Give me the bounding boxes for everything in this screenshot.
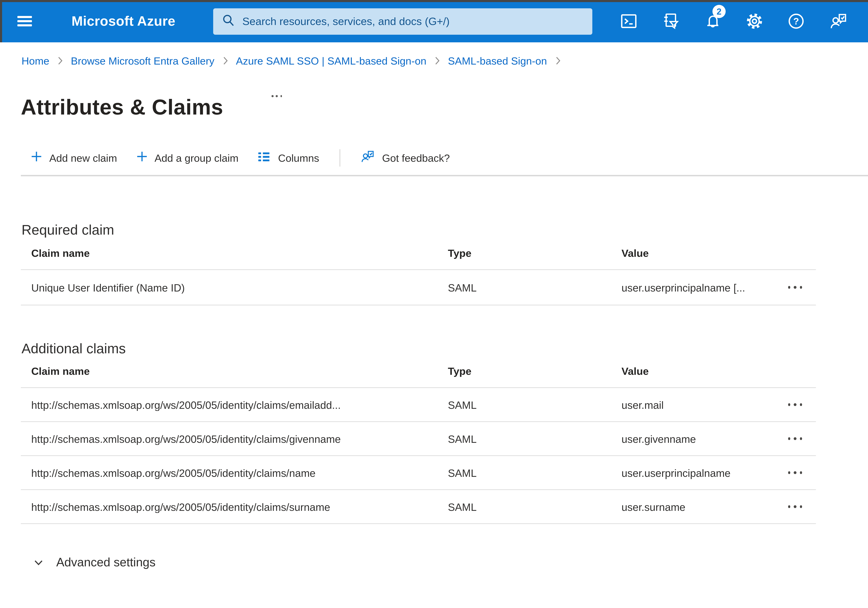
column-header-type: Type [448, 247, 622, 259]
chevron-right-icon [56, 56, 64, 66]
page-context-menu-ellipsis[interactable] [271, 95, 282, 97]
search-placeholder: Search resources, services, and docs (G+… [242, 15, 450, 28]
additional-claims-table: Claim name Type Value http://schemas.xml… [21, 355, 816, 524]
row-context-menu-ellipsis[interactable] [774, 422, 816, 455]
claim-value-cell: user.mail [622, 399, 774, 410]
row-context-menu-ellipsis[interactable] [774, 456, 816, 489]
columns-icon [257, 150, 271, 166]
top-bar: Microsoft Azure Search resources, servic… [0, 0, 868, 42]
claim-name-cell: http://schemas.xmlsoap.org/ws/2005/05/id… [21, 433, 448, 444]
column-header-claim-name: Claim name [21, 365, 448, 377]
page-title: Attributes & Claims [21, 95, 223, 120]
claim-type-cell: SAML [448, 433, 622, 444]
window-left-edge [0, 0, 2, 42]
column-header-value: Value [622, 247, 774, 259]
breadcrumb-azure-saml-sso[interactable]: Azure SAML SSO | SAML-based Sign-on [236, 55, 426, 67]
claim-value-cell: user.givenname [622, 433, 774, 444]
settings-gear-icon[interactable] [745, 12, 764, 31]
table-row[interactable]: Unique User Identifier (Name ID) SAML us… [21, 270, 816, 305]
additional-claims-heading: Additional claims [22, 340, 126, 356]
plus-icon [136, 151, 147, 164]
table-header-row: Claim name Type Value [21, 237, 816, 270]
claim-value-cell: user.userprincipalname [... [622, 282, 774, 293]
directory-filter-icon[interactable] [661, 12, 680, 31]
plus-icon [31, 151, 42, 164]
chevron-right-icon [221, 56, 229, 66]
column-header-claim-name: Claim name [21, 247, 448, 259]
table-row[interactable]: http://schemas.xmlsoap.org/ws/2005/05/id… [21, 490, 816, 524]
window-top-edge [0, 0, 868, 2]
required-claim-heading: Required claim [22, 222, 114, 238]
claim-type-cell: SAML [448, 399, 622, 410]
azure-portal-attributes-claims: Microsoft Azure Search resources, servic… [0, 0, 868, 608]
got-feedback-button[interactable]: Got feedback? [361, 149, 450, 166]
required-claim-table: Claim name Type Value Unique User Identi… [21, 237, 816, 305]
chevron-down-icon [33, 557, 45, 568]
breadcrumb: Home Browse Microsoft Entra Gallery Azur… [22, 55, 569, 67]
row-context-menu-ellipsis[interactable] [774, 270, 816, 305]
advanced-settings-expander[interactable]: Advanced settings [33, 555, 155, 570]
claim-name-cell: Unique User Identifier (Name ID) [21, 282, 448, 293]
claim-name-cell: http://schemas.xmlsoap.org/ws/2005/05/id… [21, 501, 448, 512]
chevron-right-icon [554, 56, 562, 66]
breadcrumb-saml-based-signon[interactable]: SAML-based Sign-on [448, 55, 547, 67]
columns-button[interactable]: Columns [257, 150, 319, 166]
advanced-settings-label: Advanced settings [56, 555, 155, 570]
global-search-input[interactable]: Search resources, services, and docs (G+… [213, 8, 592, 35]
help-icon[interactable]: ? [787, 12, 806, 31]
brand-title[interactable]: Microsoft Azure [71, 0, 175, 42]
breadcrumb-entra-gallery[interactable]: Browse Microsoft Entra Gallery [71, 55, 214, 67]
claim-type-cell: SAML [448, 501, 622, 512]
table-row[interactable]: http://schemas.xmlsoap.org/ws/2005/05/id… [21, 456, 816, 490]
add-group-claim-button[interactable]: Add a group claim [136, 151, 239, 164]
toolbar-divider [339, 149, 340, 166]
table-row[interactable]: http://schemas.xmlsoap.org/ws/2005/05/id… [21, 388, 816, 422]
breadcrumb-home[interactable]: Home [22, 55, 49, 67]
add-new-claim-button[interactable]: Add new claim [31, 151, 117, 164]
column-header-type: Type [448, 365, 622, 377]
feedback-person-icon[interactable] [829, 12, 848, 31]
notification-count-badge: 2 [713, 5, 725, 18]
hamburger-menu-button[interactable] [17, 16, 32, 26]
svg-text:?: ? [794, 16, 799, 26]
command-bar: Add new claim Add a group claim Columns [31, 147, 468, 169]
notifications-bell-icon[interactable]: 2 [704, 12, 722, 31]
row-context-menu-ellipsis[interactable] [774, 490, 816, 523]
claim-value-cell: user.userprincipalname [622, 467, 774, 478]
table-row[interactable]: http://schemas.xmlsoap.org/ws/2005/05/id… [21, 422, 816, 456]
claim-value-cell: user.surname [622, 501, 774, 512]
column-header-value: Value [622, 365, 774, 377]
claim-type-cell: SAML [448, 282, 622, 293]
cloud-shell-icon[interactable] [619, 12, 638, 31]
row-context-menu-ellipsis[interactable] [774, 388, 816, 421]
claim-name-cell: http://schemas.xmlsoap.org/ws/2005/05/id… [21, 467, 448, 478]
feedback-person-icon [361, 149, 375, 166]
table-header-row: Claim name Type Value [21, 355, 816, 388]
toolbar-separator [21, 175, 868, 176]
search-icon [222, 14, 235, 29]
chevron-right-icon [433, 56, 441, 66]
claim-type-cell: SAML [448, 467, 622, 478]
claim-name-cell: http://schemas.xmlsoap.org/ws/2005/05/id… [21, 399, 448, 410]
